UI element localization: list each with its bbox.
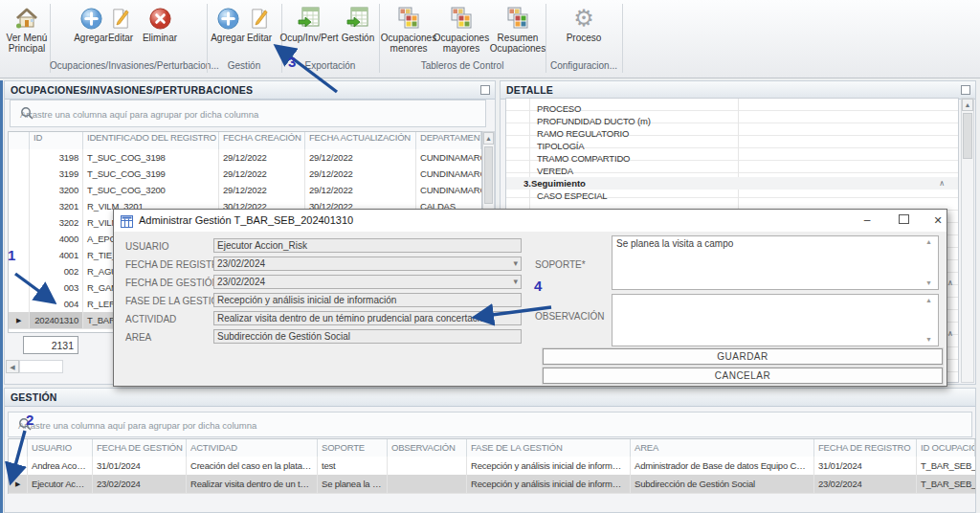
table-row-selected[interactable]: ▶ Ejecutor Accion_Risk 23/02/2024 Realiz… [9,475,975,494]
close-icon[interactable]: ✕ [929,212,947,229]
column-header[interactable]: OBSERVACIÓN [388,439,467,457]
ribbon-group-label: Configuracion... [546,60,622,71]
soporte-textarea[interactable]: Se planea la visita a campo [612,235,939,290]
ribbon-separator [622,4,623,73]
gestion-groupby-bar[interactable]: Arrastre una columna aquí para agrupar p… [8,412,972,437]
ocupaciones-groupby-bar[interactable]: Arrastre una columna aquí para agrupar p… [10,100,486,127]
observacion-label: OBSERVACIÓN [535,311,604,322]
panel-options-icon[interactable] [961,85,970,95]
exportar-ocup-label: Ocup/Inv/Pert [279,33,338,43]
home-icon [14,5,39,32]
fecha-gestion-field[interactable]: 23/02/2024▾ [213,275,522,289]
resumen-ocupaciones-button[interactable]: Resumen Ocupaciones [490,5,546,54]
cancelar-button[interactable]: CANCELAR [543,368,943,384]
annotation-number-2: 2 [26,412,33,428]
scroll-up-icon[interactable]: ▲ [925,238,945,245]
fase-field[interactable]: Recepción y análisis inicial de informac… [213,293,522,307]
scroll-thumb[interactable] [963,113,972,159]
column-header[interactable]: FECHA ACTUALIZACIÓN [305,132,416,149]
column-header[interactable]: AREA [631,439,814,457]
editar-ocupacion-button[interactable]: Editar [103,5,138,43]
vertical-scrollbar[interactable]: ▲ [961,98,974,383]
gestion-grid-header: USUARIO FECHA DE GESTIÓN ACTIVIDAD SOPOR… [9,439,975,457]
scroll-up-icon[interactable]: ▲ [925,297,945,303]
horizontal-scrollbar[interactable] [19,360,63,373]
scroll-down-icon[interactable]: ▼ [925,279,945,286]
agregar-gestion-button[interactable]: Agregar [209,5,247,43]
window-edge [0,80,3,513]
property-row[interactable]: PROFUNDIDAD DUCTO (m) [506,115,958,127]
maximize-icon[interactable] [895,212,912,229]
property-row[interactable]: TIPOLOGÍA [506,140,958,152]
administrar-gestion-dialog: Administrar Gestión T_BAR_SEB_202401310 … [113,209,947,387]
scroll-up-icon[interactable]: ▲ [962,99,973,111]
fecha-registro-field[interactable]: 23/02/2024▾ [213,256,522,271]
dropdown-arrow-icon[interactable]: ▾ [513,257,518,270]
column-header[interactable]: SOPORTE [318,439,388,457]
collapse-chevron-icon[interactable]: ∧ [947,279,953,287]
table-row[interactable]: 3200T_SUC_COG_320029/12/202229/12/2022CU… [9,182,481,199]
exportar-ocup-inv-pert-button[interactable]: Ocup/Inv/Pert [283,5,335,43]
row-indicator-icon: ▶ [9,475,28,493]
observacion-textarea[interactable] [612,294,939,346]
dropdown-arrow-icon[interactable]: ▾ [513,276,518,288]
ocupaciones-mayores-button[interactable]: Ocupaciones mayores [435,5,487,54]
column-header[interactable]: ACTIVIDAD [187,439,318,457]
scroll-up-icon[interactable]: ▲ [483,132,494,145]
scroll-down-icon[interactable]: ▼ [925,336,945,343]
ribbon-toolbar: Ver Menú Principal Agregar Editar Elimin… [0,0,980,78]
export-spreadsheet-icon [297,5,322,32]
property-row[interactable]: PROCESO [506,102,958,115]
property-row[interactable]: TRAMO COMPARTIDO [506,152,958,165]
dialog-titlebar[interactable]: Administrar Gestión T_BAR_SEB_202401310 … [114,210,947,232]
area-field[interactable]: Subdirección de Gestión Social [213,329,522,344]
actividad-field[interactable]: Realizar visita dentro de un témino prud… [213,311,522,325]
column-header[interactable]: FASE DE LA GESTIÓN [467,439,631,457]
ocupaciones-menores-button[interactable]: Ocupaciones menores [383,5,434,54]
column-header[interactable]: FECHA DE REGISTRO [814,439,917,457]
column-header[interactable]: FECHA DE GESTIÓN [93,439,187,457]
minimize-icon[interactable]: – [858,212,876,229]
fecha-registro-label: FECHA DE REGISTRO [125,257,213,272]
collapse-chevron-icon[interactable]: ∧ [947,329,953,338]
table-row[interactable]: 3199T_SUC_COG_319929/12/202229/12/2022CU… [9,166,481,183]
property-row[interactable]: CASO ESPECIAL [506,190,958,202]
soporte-label: SOPORTE* [535,259,586,270]
gear-icon: ⚙ [573,5,594,32]
agregar-gestion-label: Agregar [211,33,245,43]
search-icon[interactable] [20,106,476,122]
table-row[interactable]: 3198T_SUC_COG_319829/12/202229/12/2022CU… [9,149,481,167]
column-header[interactable]: USUARIO [28,439,93,457]
column-header[interactable]: DEPARTAMENTO [416,132,481,149]
ocupaciones-menores-label: Ocupaciones menores [381,33,436,54]
column-header[interactable]: ID OCUPACIÓN [917,439,975,457]
record-count: 2131 [23,336,78,354]
exportar-gestion-button[interactable]: Gestión [337,5,379,43]
scroll-left-icon[interactable]: ◀ [6,360,19,373]
ribbon-group-label: Ocupaciones/Invasiones/Perturbacion... [50,60,207,71]
ocupaciones-panel-title: OCUPACIONES/INVASIONES/PERTURBACIONES [5,81,495,100]
eliminar-ocupacion-button[interactable]: Eliminar [139,5,181,43]
annotation-number-4: 4 [534,278,542,294]
usuario-field[interactable]: Ejecutor Accion_Risk [213,238,522,253]
property-row[interactable]: VEREDA [506,165,958,177]
property-row[interactable]: RAMO REGULATORIO [506,127,958,140]
scroll-thumb[interactable] [484,146,493,204]
dashboard-icon [449,5,474,32]
column-header[interactable]: ID [30,132,83,149]
column-header[interactable]: IDENTIFICADO DEL REGISTRO [83,132,219,149]
guardar-button[interactable]: GUARDAR [543,348,943,365]
column-header[interactable]: FECHA CREACIÓN [219,132,305,149]
ver-menu-principal-button[interactable]: Ver Menú Principal [6,5,48,54]
editar-ocupacion-label: Editar [108,33,133,43]
panel-options-icon[interactable] [480,85,490,95]
ocupaciones-grid-header: ID IDENTIFICADO DEL REGISTRO FECHA CREAC… [9,132,481,150]
add-icon [216,5,240,32]
proceso-button[interactable]: ⚙ Proceso [561,5,607,43]
row-indicator-icon: ▶ [9,312,30,328]
property-group-row[interactable]: 3.Seguimiento ∧ [506,177,958,190]
search-icon[interactable] [18,417,962,433]
collapse-chevron-icon[interactable]: ∧ [939,177,945,190]
table-row[interactable]: Andrea Acosta 31/01/2024 Creación del ca… [9,457,975,476]
editar-gestion-button[interactable]: Editar [242,5,277,43]
